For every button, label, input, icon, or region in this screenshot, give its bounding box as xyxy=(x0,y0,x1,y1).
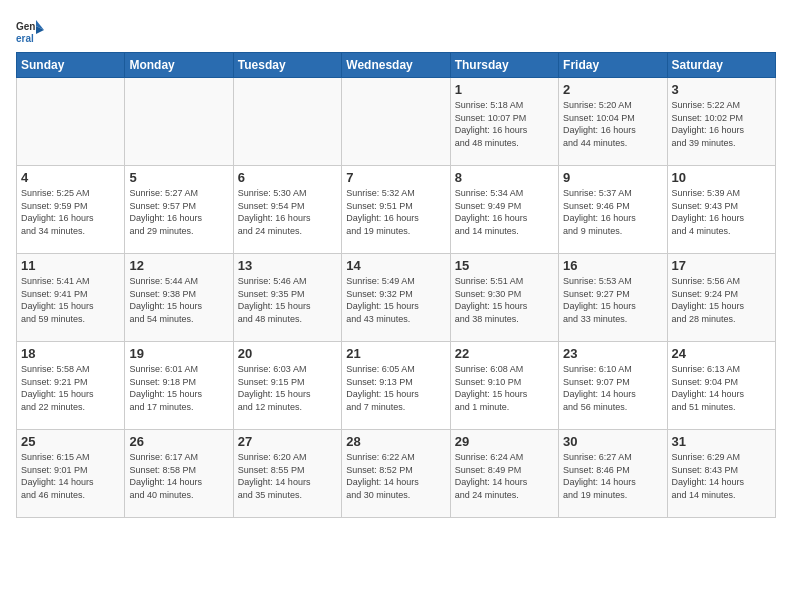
day-number: 22 xyxy=(455,346,554,361)
day-number: 14 xyxy=(346,258,445,273)
day-info: Sunrise: 5:41 AM Sunset: 9:41 PM Dayligh… xyxy=(21,275,120,325)
calendar-table: SundayMondayTuesdayWednesdayThursdayFrid… xyxy=(16,52,776,518)
day-info: Sunrise: 5:53 AM Sunset: 9:27 PM Dayligh… xyxy=(563,275,662,325)
day-info: Sunrise: 6:29 AM Sunset: 8:43 PM Dayligh… xyxy=(672,451,771,501)
day-number: 9 xyxy=(563,170,662,185)
calendar-cell: 26Sunrise: 6:17 AM Sunset: 8:58 PM Dayli… xyxy=(125,430,233,518)
day-number: 2 xyxy=(563,82,662,97)
calendar-cell: 12Sunrise: 5:44 AM Sunset: 9:38 PM Dayli… xyxy=(125,254,233,342)
day-number: 15 xyxy=(455,258,554,273)
week-row-5: 25Sunrise: 6:15 AM Sunset: 9:01 PM Dayli… xyxy=(17,430,776,518)
day-number: 7 xyxy=(346,170,445,185)
calendar-cell: 29Sunrise: 6:24 AM Sunset: 8:49 PM Dayli… xyxy=(450,430,558,518)
day-info: Sunrise: 6:10 AM Sunset: 9:07 PM Dayligh… xyxy=(563,363,662,413)
weekday-header-saturday: Saturday xyxy=(667,53,775,78)
day-number: 17 xyxy=(672,258,771,273)
day-number: 1 xyxy=(455,82,554,97)
day-info: Sunrise: 5:22 AM Sunset: 10:02 PM Daylig… xyxy=(672,99,771,149)
calendar-cell: 6Sunrise: 5:30 AM Sunset: 9:54 PM Daylig… xyxy=(233,166,341,254)
calendar-cell: 2Sunrise: 5:20 AM Sunset: 10:04 PM Dayli… xyxy=(559,78,667,166)
calendar-cell: 16Sunrise: 5:53 AM Sunset: 9:27 PM Dayli… xyxy=(559,254,667,342)
day-info: Sunrise: 6:27 AM Sunset: 8:46 PM Dayligh… xyxy=(563,451,662,501)
day-info: Sunrise: 5:44 AM Sunset: 9:38 PM Dayligh… xyxy=(129,275,228,325)
day-number: 27 xyxy=(238,434,337,449)
svg-text:Gen: Gen xyxy=(16,21,35,32)
day-info: Sunrise: 6:15 AM Sunset: 9:01 PM Dayligh… xyxy=(21,451,120,501)
calendar-cell: 8Sunrise: 5:34 AM Sunset: 9:49 PM Daylig… xyxy=(450,166,558,254)
day-number: 20 xyxy=(238,346,337,361)
day-number: 18 xyxy=(21,346,120,361)
day-number: 19 xyxy=(129,346,228,361)
calendar-cell: 24Sunrise: 6:13 AM Sunset: 9:04 PM Dayli… xyxy=(667,342,775,430)
calendar-cell: 21Sunrise: 6:05 AM Sunset: 9:13 PM Dayli… xyxy=(342,342,450,430)
day-number: 28 xyxy=(346,434,445,449)
calendar-cell: 22Sunrise: 6:08 AM Sunset: 9:10 PM Dayli… xyxy=(450,342,558,430)
calendar-cell: 25Sunrise: 6:15 AM Sunset: 9:01 PM Dayli… xyxy=(17,430,125,518)
day-info: Sunrise: 6:24 AM Sunset: 8:49 PM Dayligh… xyxy=(455,451,554,501)
calendar-cell: 28Sunrise: 6:22 AM Sunset: 8:52 PM Dayli… xyxy=(342,430,450,518)
calendar-cell: 18Sunrise: 5:58 AM Sunset: 9:21 PM Dayli… xyxy=(17,342,125,430)
day-number: 10 xyxy=(672,170,771,185)
day-info: Sunrise: 5:46 AM Sunset: 9:35 PM Dayligh… xyxy=(238,275,337,325)
day-info: Sunrise: 6:03 AM Sunset: 9:15 PM Dayligh… xyxy=(238,363,337,413)
weekday-header-thursday: Thursday xyxy=(450,53,558,78)
day-info: Sunrise: 5:49 AM Sunset: 9:32 PM Dayligh… xyxy=(346,275,445,325)
week-row-2: 4Sunrise: 5:25 AM Sunset: 9:59 PM Daylig… xyxy=(17,166,776,254)
calendar-cell: 23Sunrise: 6:10 AM Sunset: 9:07 PM Dayli… xyxy=(559,342,667,430)
day-number: 30 xyxy=(563,434,662,449)
week-row-3: 11Sunrise: 5:41 AM Sunset: 9:41 PM Dayli… xyxy=(17,254,776,342)
calendar-cell xyxy=(125,78,233,166)
week-row-4: 18Sunrise: 5:58 AM Sunset: 9:21 PM Dayli… xyxy=(17,342,776,430)
day-info: Sunrise: 5:18 AM Sunset: 10:07 PM Daylig… xyxy=(455,99,554,149)
day-number: 23 xyxy=(563,346,662,361)
day-number: 12 xyxy=(129,258,228,273)
day-number: 13 xyxy=(238,258,337,273)
calendar-cell: 15Sunrise: 5:51 AM Sunset: 9:30 PM Dayli… xyxy=(450,254,558,342)
weekday-header-friday: Friday xyxy=(559,53,667,78)
day-number: 3 xyxy=(672,82,771,97)
day-info: Sunrise: 5:51 AM Sunset: 9:30 PM Dayligh… xyxy=(455,275,554,325)
calendar-cell: 10Sunrise: 5:39 AM Sunset: 9:43 PM Dayli… xyxy=(667,166,775,254)
day-number: 16 xyxy=(563,258,662,273)
calendar-cell: 31Sunrise: 6:29 AM Sunset: 8:43 PM Dayli… xyxy=(667,430,775,518)
day-info: Sunrise: 6:08 AM Sunset: 9:10 PM Dayligh… xyxy=(455,363,554,413)
day-info: Sunrise: 6:17 AM Sunset: 8:58 PM Dayligh… xyxy=(129,451,228,501)
day-info: Sunrise: 5:25 AM Sunset: 9:59 PM Dayligh… xyxy=(21,187,120,237)
day-number: 8 xyxy=(455,170,554,185)
day-info: Sunrise: 5:39 AM Sunset: 9:43 PM Dayligh… xyxy=(672,187,771,237)
day-number: 6 xyxy=(238,170,337,185)
day-info: Sunrise: 6:20 AM Sunset: 8:55 PM Dayligh… xyxy=(238,451,337,501)
day-info: Sunrise: 5:27 AM Sunset: 9:57 PM Dayligh… xyxy=(129,187,228,237)
day-info: Sunrise: 5:20 AM Sunset: 10:04 PM Daylig… xyxy=(563,99,662,149)
day-number: 4 xyxy=(21,170,120,185)
calendar-cell: 5Sunrise: 5:27 AM Sunset: 9:57 PM Daylig… xyxy=(125,166,233,254)
calendar-cell: 30Sunrise: 6:27 AM Sunset: 8:46 PM Dayli… xyxy=(559,430,667,518)
weekday-header-row: SundayMondayTuesdayWednesdayThursdayFrid… xyxy=(17,53,776,78)
calendar-cell: 4Sunrise: 5:25 AM Sunset: 9:59 PM Daylig… xyxy=(17,166,125,254)
weekday-header-sunday: Sunday xyxy=(17,53,125,78)
day-info: Sunrise: 5:32 AM Sunset: 9:51 PM Dayligh… xyxy=(346,187,445,237)
day-number: 21 xyxy=(346,346,445,361)
calendar-cell: 27Sunrise: 6:20 AM Sunset: 8:55 PM Dayli… xyxy=(233,430,341,518)
day-info: Sunrise: 6:05 AM Sunset: 9:13 PM Dayligh… xyxy=(346,363,445,413)
day-number: 24 xyxy=(672,346,771,361)
calendar-cell: 17Sunrise: 5:56 AM Sunset: 9:24 PM Dayli… xyxy=(667,254,775,342)
logo-icon: Gen eral xyxy=(16,16,44,44)
calendar-cell xyxy=(342,78,450,166)
calendar-cell xyxy=(233,78,341,166)
weekday-header-monday: Monday xyxy=(125,53,233,78)
day-number: 26 xyxy=(129,434,228,449)
calendar-cell: 7Sunrise: 5:32 AM Sunset: 9:51 PM Daylig… xyxy=(342,166,450,254)
calendar-cell: 14Sunrise: 5:49 AM Sunset: 9:32 PM Dayli… xyxy=(342,254,450,342)
svg-text:eral: eral xyxy=(16,33,34,44)
calendar-cell: 9Sunrise: 5:37 AM Sunset: 9:46 PM Daylig… xyxy=(559,166,667,254)
calendar-cell xyxy=(17,78,125,166)
header: Gen eral xyxy=(16,16,776,44)
day-info: Sunrise: 5:37 AM Sunset: 9:46 PM Dayligh… xyxy=(563,187,662,237)
logo: Gen eral xyxy=(16,16,48,44)
calendar-cell: 13Sunrise: 5:46 AM Sunset: 9:35 PM Dayli… xyxy=(233,254,341,342)
day-number: 25 xyxy=(21,434,120,449)
day-info: Sunrise: 5:34 AM Sunset: 9:49 PM Dayligh… xyxy=(455,187,554,237)
weekday-header-tuesday: Tuesday xyxy=(233,53,341,78)
day-info: Sunrise: 5:56 AM Sunset: 9:24 PM Dayligh… xyxy=(672,275,771,325)
